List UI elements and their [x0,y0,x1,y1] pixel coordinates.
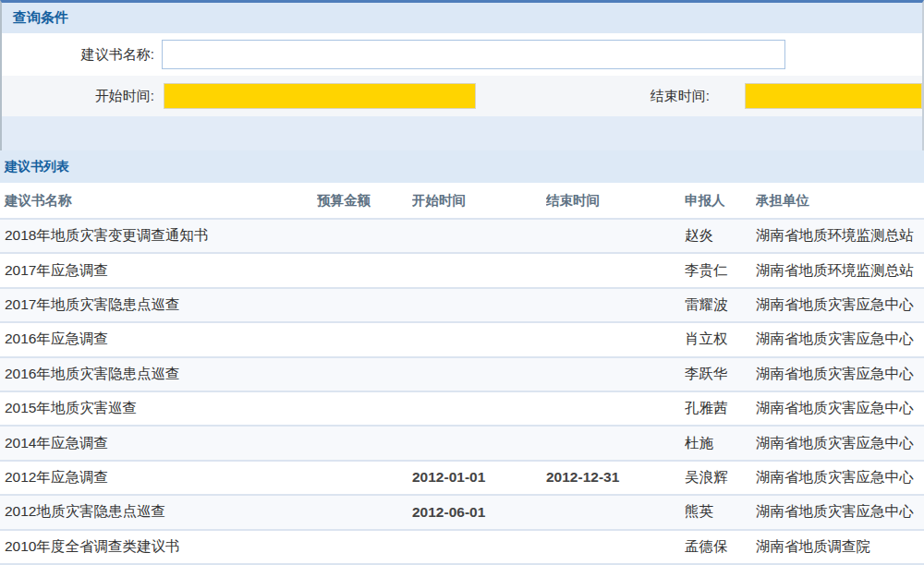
list-section: 建议书列表 建议书名称 预算金额 开始时间 结束时间 申报人 承担单位 2018… [0,150,924,565]
cell-applicant: 熊英 [685,502,756,522]
cell-proposal-name: 2017年应急调查 [0,261,317,281]
cell-applicant: 赵炎 [685,226,756,246]
table-row[interactable]: 2015年地质灾害巡查 孔雅茜 湖南省地质灾害应急中心 [0,392,924,427]
proposal-name-row: 建议书名称: [2,33,922,76]
cell-proposal-name: 2016年地质灾害隐患点巡查 [0,365,317,384]
proposal-name-label: 建议书名称: [2,46,154,64]
cell-proposal-name: 2017年地质灾害隐患点巡查 [0,295,317,315]
start-time-input[interactable] [164,83,476,109]
table-row[interactable]: 2017年地质灾害隐患点巡查 雷耀波 湖南省地质灾害应急中心 [0,289,924,323]
cell-unit: 湖南省地质环境监测总站 [756,226,924,246]
cell-applicant: 杜施 [685,434,756,453]
end-time-label: 结束时间: [476,88,710,105]
table-row[interactable]: 2018年地质灾害变更调查通知书 赵炎 湖南省地质环境监测总站 [0,220,924,254]
cell-unit: 湖南省地质灾害应急中心 [756,399,924,418]
time-range-row: 开始时间: 结束时间: [2,76,922,116]
table-row[interactable]: 2017年应急调查 李贵仁 湖南省地质环境监测总站 [0,254,924,288]
column-header-proposal-name: 建议书名称 [0,192,317,210]
cell-start-time: 2012-06-01 [412,504,546,521]
page: 查询条件 建议书名称: 开始时间: 结束时间: 建议书列表 建议书名称 预算金额… [0,0,924,565]
end-time-input[interactable] [745,83,922,109]
cell-proposal-name: 2015年地质灾害巡查 [0,399,317,418]
cell-proposal-name: 2010年度全省调查类建议书 [0,537,317,557]
cell-unit: 湖南省地质灾害应急中心 [756,468,924,487]
table-row[interactable]: 2012地质灾害隐患点巡查 2012-06-01 熊英 湖南省地质灾害应急中心 [0,496,924,530]
cell-unit: 湖南省地质灾害应急中心 [756,502,924,522]
cell-unit: 湖南省地质调查院 [756,537,924,557]
cell-applicant: 吴浪辉 [685,468,756,487]
query-section-header: 查询条件 [2,3,922,33]
cell-applicant: 李跃华 [685,365,756,384]
cell-proposal-name: 2016年应急调查 [0,330,317,349]
table-row[interactable]: 2016年应急调查 肖立权 湖南省地质灾害应急中心 [0,323,924,357]
table-row[interactable]: 2012年应急调查 2012-01-01 2012-12-31 吴浪辉 湖南省地… [0,462,924,496]
cell-unit: 湖南省地质环境监测总站 [756,261,924,281]
table-row[interactable]: 2014年应急调查 杜施 湖南省地质灾害应急中心 [0,427,924,461]
cell-unit: 湖南省地质灾害应急中心 [756,434,924,453]
table-header-row: 建议书名称 预算金额 开始时间 结束时间 申报人 承担单位 [0,183,924,220]
cell-proposal-name: 2012年应急调查 [0,468,317,487]
cell-proposal-name: 2014年应急调查 [0,434,317,453]
cell-applicant: 孔雅茜 [685,399,756,418]
list-section-title: 建议书列表 [5,159,69,175]
column-header-budget: 预算金额 [317,192,412,210]
column-header-start-time: 开始时间 [412,192,546,210]
cell-end-time: 2012-12-31 [546,469,685,486]
cell-unit: 湖南省地质灾害应急中心 [756,365,924,384]
cell-proposal-name: 2012地质灾害隐患点巡查 [0,502,317,522]
cell-applicant: 孟德保 [685,537,756,557]
cell-proposal-name: 2018年地质灾害变更调查通知书 [0,226,317,246]
query-section: 查询条件 建议书名称: 开始时间: 结束时间: [0,0,924,150]
cell-applicant: 李贵仁 [685,261,756,281]
proposal-name-input[interactable] [162,40,785,69]
start-time-label: 开始时间: [2,88,154,105]
cell-applicant: 雷耀波 [685,295,756,315]
cell-start-time: 2012-01-01 [412,469,546,486]
column-header-unit: 承担单位 [756,192,924,210]
table-row[interactable]: 2010年度全省调查类建议书 孟德保 湖南省地质调查院 [0,531,924,565]
cell-applicant: 肖立权 [685,330,756,349]
table-row[interactable]: 2016年地质灾害隐患点巡查 李跃华 湖南省地质灾害应急中心 [0,358,924,392]
cell-unit: 湖南省地质灾害应急中心 [756,295,924,315]
column-header-applicant: 申报人 [685,192,756,210]
cell-unit: 湖南省地质灾害应急中心 [756,330,924,349]
column-header-end-time: 结束时间 [546,192,685,210]
table-body: 2018年地质灾害变更调查通知书 赵炎 湖南省地质环境监测总站 2017年应急调… [0,220,924,565]
query-section-title: 查询条件 [13,9,68,27]
list-section-header: 建议书列表 [0,150,924,183]
